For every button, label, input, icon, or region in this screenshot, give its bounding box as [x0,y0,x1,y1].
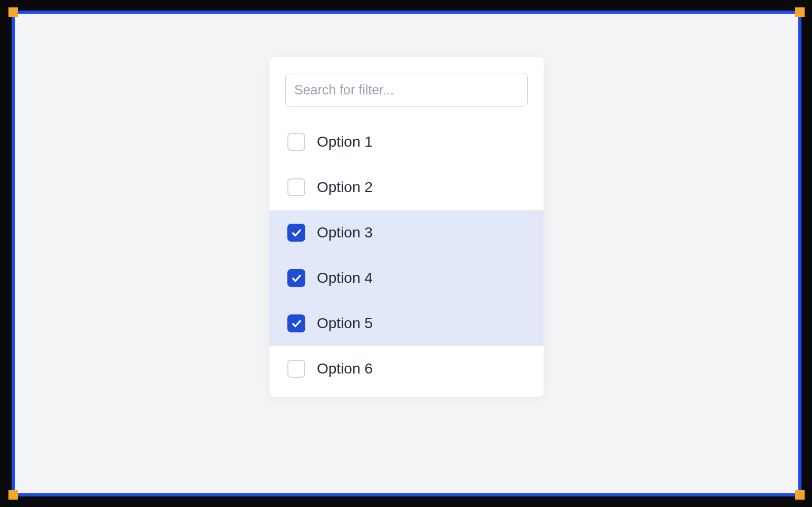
option-label: Option 2 [317,179,373,196]
selection-frame: Option 1Option 2Option 3Option 4Option 5… [12,11,801,496]
check-icon [291,272,302,284]
search-wrapper [269,57,544,119]
option-row[interactable]: Option 5 [269,301,544,346]
options-list: Option 1Option 2Option 3Option 4Option 5… [269,119,544,391]
checkbox[interactable] [287,314,305,332]
option-row[interactable]: Option 1 [269,119,544,165]
selection-handle-top-left[interactable] [8,7,18,17]
filter-panel: Option 1Option 2Option 3Option 4Option 5… [269,57,544,397]
search-input[interactable] [285,73,528,107]
option-label: Option 3 [317,224,373,241]
option-label: Option 4 [317,270,373,286]
option-row[interactable]: Option 2 [269,165,544,210]
option-row[interactable]: Option 4 [269,255,544,301]
checkbox[interactable] [287,178,305,196]
selection-handle-top-right[interactable] [795,7,805,17]
check-icon [291,227,302,238]
check-icon [291,318,302,329]
selection-handle-bottom-right[interactable] [795,490,805,500]
checkbox[interactable] [287,269,305,287]
option-row[interactable]: Option 3 [269,210,544,255]
checkbox[interactable] [287,133,305,151]
option-label: Option 6 [317,360,373,377]
option-label: Option 1 [317,133,373,150]
selection-handle-bottom-left[interactable] [8,490,18,500]
option-label: Option 5 [317,315,373,332]
checkbox[interactable] [287,224,305,242]
checkbox[interactable] [287,360,305,378]
canvas-background: Option 1Option 2Option 3Option 4Option 5… [15,14,798,493]
option-row[interactable]: Option 6 [269,346,544,391]
